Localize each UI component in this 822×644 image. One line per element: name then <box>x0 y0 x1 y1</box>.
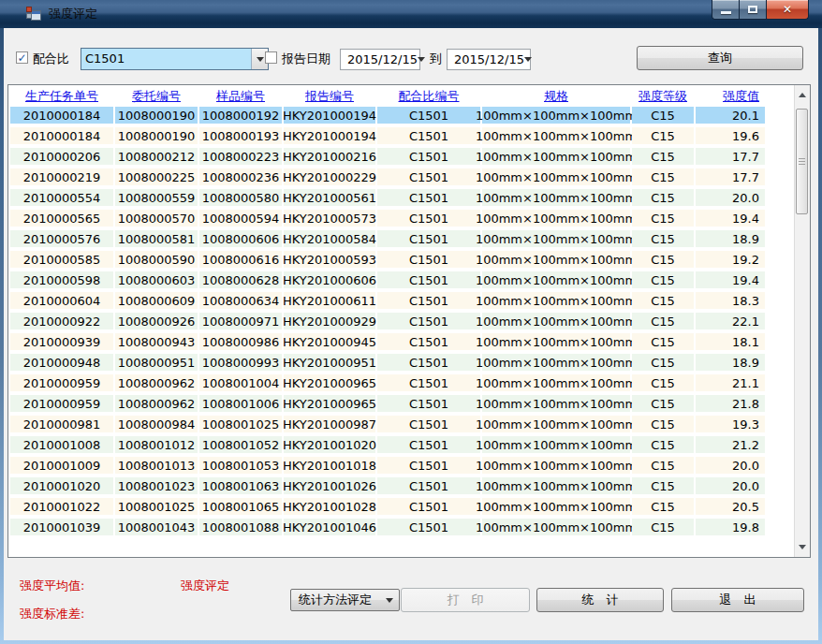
table-row[interactable]: 201000095910080009621008001004HKY2010009… <box>10 374 794 395</box>
table-row[interactable]: 201000055410080005591008000580HKY2010005… <box>10 189 794 210</box>
table-cell: 1008001025 <box>199 416 284 434</box>
table-cell: HKY201000951 <box>284 354 377 373</box>
column-header[interactable]: 配合比编号 <box>377 85 482 107</box>
form-icon-gray-square <box>26 13 32 19</box>
table-cell: 1008000190 <box>115 107 199 125</box>
table-row[interactable]: 201000100810080010121008001052HKY2010010… <box>10 436 794 457</box>
table-row[interactable]: 201000103910080010431008001088HKY2010010… <box>10 519 794 539</box>
table-row[interactable]: 201000093910080009431008000986HKY2010009… <box>10 333 794 354</box>
table-cell: HKY201000929 <box>284 313 377 331</box>
table-row[interactable]: 201000021910080002251008000236HKY2010002… <box>10 168 794 189</box>
query-button[interactable]: 查询 <box>637 46 803 70</box>
column-header[interactable]: 委托编号 <box>115 85 199 107</box>
table-cell: C15 <box>632 395 696 414</box>
table-row[interactable]: 201000059810080006031008000628HKY2010006… <box>10 271 794 292</box>
table-cell: 20.0 <box>696 189 767 208</box>
table-cell: 18.1 <box>696 333 767 352</box>
table-cell: 21.1 <box>696 374 767 393</box>
table-cell: 17.7 <box>696 148 767 167</box>
table-cell: 100mm×100mm×100mm <box>482 292 632 311</box>
table-cell: C1501 <box>377 395 482 414</box>
table-cell: 2010000959 <box>10 395 115 414</box>
close-button[interactable]: ✕ <box>766 0 809 20</box>
table-row[interactable]: 201000094810080009511008000993HKY2010009… <box>10 354 794 374</box>
column-header[interactable]: 生产任务单号 <box>10 85 115 107</box>
table-cell: 19.4 <box>696 271 767 290</box>
table-cell: 1008000590 <box>115 251 199 270</box>
table-cell: 1008000559 <box>115 189 199 208</box>
table-row[interactable]: 201000095910080009621008001006HKY2010009… <box>10 395 794 416</box>
table-row[interactable]: 201000098110080009841008001025HKY2010009… <box>10 416 794 436</box>
table-cell: 100mm×100mm×100mm <box>482 127 632 146</box>
table-cell: 1008001088 <box>199 519 284 537</box>
table-cell: 19.3 <box>696 416 767 434</box>
table-row[interactable]: 201000056510080005701008000594HKY2010005… <box>10 210 794 230</box>
table-cell: 2010000948 <box>10 354 115 373</box>
table-row[interactable]: 201000102210080010251008001065HKY2010010… <box>10 498 794 519</box>
table-cell: 2010000598 <box>10 271 115 290</box>
form-icon <box>31 10 41 21</box>
table-cell: 2010001022 <box>10 498 115 517</box>
client-area: 配合比 C1501 报告日期 2015/12/15 到 2015/12/15 查… <box>4 28 818 640</box>
table-cell: 21.2 <box>696 436 767 455</box>
column-header-label: 规格 <box>544 88 568 105</box>
table-cell: 1008000603 <box>115 271 199 290</box>
scrollbar-thumb[interactable] <box>796 109 808 214</box>
table-row[interactable]: 201000102010080010231008001063HKY2010010… <box>10 477 794 498</box>
mix-ratio-checkbox[interactable] <box>16 51 28 64</box>
scroll-up-button[interactable] <box>795 87 810 103</box>
table-cell: 19.6 <box>696 127 767 146</box>
statistics-button[interactable]: 统 计 <box>536 588 664 612</box>
column-header[interactable]: 强度值 <box>696 85 767 107</box>
table-row[interactable]: 201000060410080006091008000634HKY2010006… <box>10 292 794 313</box>
maximize-button[interactable] <box>739 0 767 20</box>
table-cell: C15 <box>632 333 696 352</box>
table-cell: 2010000219 <box>10 168 115 187</box>
table-row[interactable]: 201000020610080002121008000223HKY2010002… <box>10 148 794 168</box>
table-cell: HKY201000561 <box>284 189 377 208</box>
date-to-picker[interactable]: 2015/12/15 <box>447 49 531 70</box>
table-cell: 100mm×100mm×100mm <box>482 148 632 167</box>
table-cell: C15 <box>632 168 696 187</box>
statistic-method-dropdown[interactable]: 统计方法评定 <box>290 589 400 611</box>
column-header[interactable]: 报告编号 <box>284 85 377 107</box>
date-from-picker[interactable]: 2015/12/15 <box>340 49 420 70</box>
table-cell: 2010000604 <box>10 292 115 311</box>
table-cell: 2010000959 <box>10 374 115 393</box>
table-cell: 1008000192 <box>199 107 284 125</box>
table-row[interactable]: 201000092210080009261008000971HKY2010009… <box>10 313 794 333</box>
chevron-down-icon <box>524 57 532 62</box>
table-row[interactable]: 201000100910080010131008001053HKY2010010… <box>10 457 794 477</box>
table-cell: HKY201001020 <box>284 436 377 455</box>
table-cell: 1008000986 <box>199 333 284 352</box>
table-cell: C15 <box>632 477 696 496</box>
table-cell: C15 <box>632 374 696 393</box>
table-cell: 1008000943 <box>115 333 199 352</box>
column-header[interactable]: 规格 <box>482 85 632 107</box>
table-row[interactable]: 201000057610080005811008000606HKY2010005… <box>10 230 794 251</box>
mix-ratio-label: 配合比 <box>33 51 69 67</box>
table-cell: HKY201001046 <box>284 519 377 537</box>
table-cell: C1501 <box>377 477 482 496</box>
table-row[interactable]: 201000058510080005901008000616HKY2010005… <box>10 251 794 271</box>
exit-button[interactable]: 退 出 <box>671 588 804 612</box>
statistic-method-value: 统计方法评定 <box>291 592 380 608</box>
table-cell: 1008000616 <box>199 251 284 270</box>
strength-evaluation-label: 强度评定 <box>181 578 229 594</box>
mix-ratio-value: C1501 <box>81 49 251 69</box>
table-cell: 20.5 <box>696 498 767 517</box>
report-date-checkbox[interactable] <box>265 51 277 64</box>
table-row[interactable]: 201000018410080001901008000193HKY2010001… <box>10 127 794 148</box>
table-cell: 2010001008 <box>10 436 115 455</box>
column-header[interactable]: 样品编号 <box>199 85 284 107</box>
column-header-label: 配合比编号 <box>399 88 460 105</box>
vertical-scrollbar[interactable] <box>794 85 810 557</box>
table-cell: 2010001039 <box>10 519 115 537</box>
table-row[interactable]: 201000018410080001901008000192HKY2010001… <box>10 107 794 127</box>
table-cell: 100mm×100mm×100mm <box>482 354 632 373</box>
mix-ratio-combobox[interactable]: C1501 <box>81 48 269 70</box>
column-header[interactable]: 强度等级 <box>632 85 696 107</box>
minimize-button[interactable] <box>712 0 740 20</box>
scroll-down-button[interactable] <box>795 539 810 555</box>
table-cell: HKY201000945 <box>284 333 377 352</box>
